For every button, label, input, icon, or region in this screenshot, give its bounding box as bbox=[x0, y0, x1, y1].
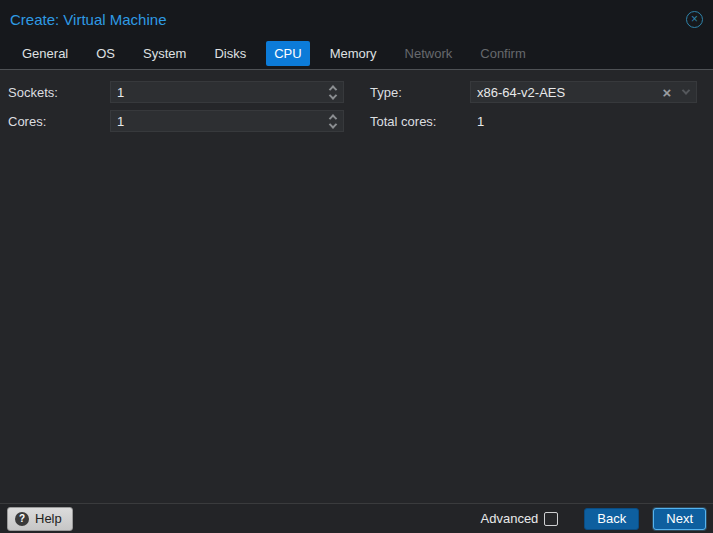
cpu-panel: Sockets: Type: × bbox=[0, 70, 713, 503]
cores-field bbox=[110, 110, 344, 132]
total-cores-value: 1 bbox=[470, 114, 484, 129]
sockets-spinner[interactable] bbox=[323, 82, 343, 102]
sockets-field bbox=[110, 81, 344, 103]
dialog-title: Create: Virtual Machine bbox=[10, 11, 686, 28]
type-combobox: × bbox=[470, 81, 697, 103]
dialog-header: Create: Virtual Machine × General OS Sys… bbox=[0, 0, 713, 70]
help-button-label: Help bbox=[35, 511, 62, 526]
dialog-footer: ? Help Advanced Back Next bbox=[0, 503, 713, 533]
tab-general[interactable]: General bbox=[14, 41, 76, 66]
tab-memory[interactable]: Memory bbox=[322, 41, 385, 66]
dropdown-trigger[interactable] bbox=[676, 82, 696, 102]
sockets-input[interactable] bbox=[111, 85, 323, 100]
tab-system[interactable]: System bbox=[135, 41, 194, 66]
cores-label: Cores: bbox=[0, 114, 110, 129]
sockets-label: Sockets: bbox=[0, 85, 110, 100]
create-vm-dialog: Create: Virtual Machine × General OS Sys… bbox=[0, 0, 713, 533]
wizard-tabbar: General OS System Disks CPU Memory Netwo… bbox=[0, 38, 713, 69]
clear-icon[interactable]: × bbox=[657, 84, 676, 101]
type-input[interactable] bbox=[471, 85, 657, 100]
titlebar: Create: Virtual Machine × bbox=[0, 0, 713, 38]
chevron-down-icon bbox=[682, 86, 690, 94]
close-icon[interactable]: × bbox=[686, 11, 703, 28]
tab-os[interactable]: OS bbox=[88, 41, 123, 66]
advanced-label: Advanced bbox=[481, 511, 539, 526]
spinner-down-icon[interactable] bbox=[329, 91, 337, 99]
spinner-down-icon[interactable] bbox=[329, 120, 337, 128]
help-button[interactable]: ? Help bbox=[7, 507, 73, 531]
tab-disks[interactable]: Disks bbox=[206, 41, 254, 66]
advanced-checkbox[interactable] bbox=[544, 512, 558, 526]
form-row-2: Cores: Total cores: 1 bbox=[0, 110, 713, 132]
help-icon: ? bbox=[15, 512, 29, 526]
next-button[interactable]: Next bbox=[653, 508, 706, 530]
tab-cpu[interactable]: CPU bbox=[266, 41, 309, 66]
total-cores-label: Total cores: bbox=[362, 114, 470, 129]
advanced-toggle: Advanced bbox=[481, 511, 559, 526]
tab-network: Network bbox=[397, 41, 461, 66]
cores-input[interactable] bbox=[111, 114, 323, 129]
back-button[interactable]: Back bbox=[584, 508, 639, 530]
type-label: Type: bbox=[362, 85, 470, 100]
tab-confirm: Confirm bbox=[472, 41, 534, 66]
cores-spinner[interactable] bbox=[323, 111, 343, 131]
form-row-1: Sockets: Type: × bbox=[0, 81, 713, 103]
